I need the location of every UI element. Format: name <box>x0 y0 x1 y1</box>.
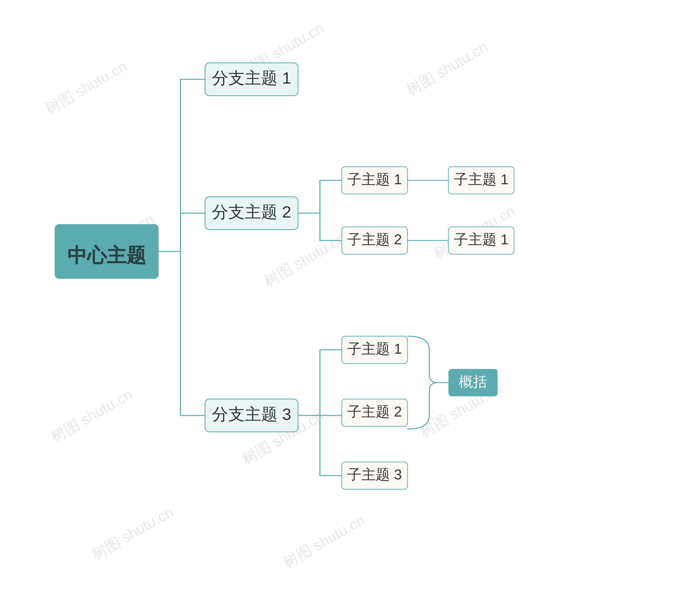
branch2-sub2-leaf1-node[interactable]: 子主题 1 <box>449 227 514 254</box>
branch2-sub2-label: 子主题 2 <box>347 231 402 247</box>
branch1-label: 分支主题 1 <box>212 69 291 87</box>
branch3-sub3-label: 子主题 3 <box>347 466 402 482</box>
svg-text:树图 shutu.cn: 树图 shutu.cn <box>89 503 176 563</box>
branch2-sub2-node[interactable]: 子主题 2 <box>342 227 407 254</box>
svg-text:树图 shutu.cn: 树图 shutu.cn <box>48 385 135 445</box>
center-to-branch3-connector <box>180 251 205 415</box>
center-node-label: 中心主题 <box>67 244 146 266</box>
branch2-node[interactable]: 分支主题 2 <box>205 197 298 230</box>
branch3-sub2-label: 子主题 2 <box>347 404 402 419</box>
center-to-branch2-connector <box>180 213 205 251</box>
svg-text:树图 shutu.cn: 树图 shutu.cn <box>403 38 491 99</box>
svg-text:树图 shutu.cn: 树图 shutu.cn <box>280 511 368 571</box>
summary-brace <box>407 336 437 429</box>
branch3-sub2-node[interactable]: 子主题 2 <box>342 399 407 426</box>
summary-label: 概括 <box>459 374 487 389</box>
center-node[interactable]: 中心主题 <box>55 224 159 279</box>
diagram-container: 树图 shutu.cn 树图 shutu.cn 树图 shutu.cn 树图 s… <box>0 0 700 589</box>
summary-node[interactable]: 概括 <box>449 369 498 396</box>
svg-text:树图 shutu.cn: 树图 shutu.cn <box>261 230 349 290</box>
watermarks: 树图 shutu.cn 树图 shutu.cn 树图 shutu.cn 树图 s… <box>42 19 518 571</box>
branch3-sub3-node[interactable]: 子主题 3 <box>342 462 407 489</box>
center-to-branch1-connector <box>159 79 205 251</box>
branch2-sub1-node[interactable]: 子主题 1 <box>342 167 407 194</box>
branch2-sub2-leaf1-label: 子主题 1 <box>454 231 508 247</box>
branch2-label: 分支主题 2 <box>212 203 291 221</box>
branch3-label: 分支主题 3 <box>212 405 291 423</box>
branch2-sub1-label: 子主题 1 <box>347 171 402 187</box>
branch1-node[interactable]: 分支主题 1 <box>205 63 298 95</box>
branch2-sub1-leaf1-node[interactable]: 子主题 1 <box>449 167 514 194</box>
branch3-to-sub3 <box>320 415 342 475</box>
branch2-sub1-leaf1-label: 子主题 1 <box>454 171 508 187</box>
branch3-sub1-node[interactable]: 子主题 1 <box>342 336 407 364</box>
svg-text:树图 shutu.cn: 树图 shutu.cn <box>42 57 130 118</box>
branch3-node[interactable]: 分支主题 3 <box>205 399 298 432</box>
branch3-sub1-label: 子主题 1 <box>347 341 402 357</box>
